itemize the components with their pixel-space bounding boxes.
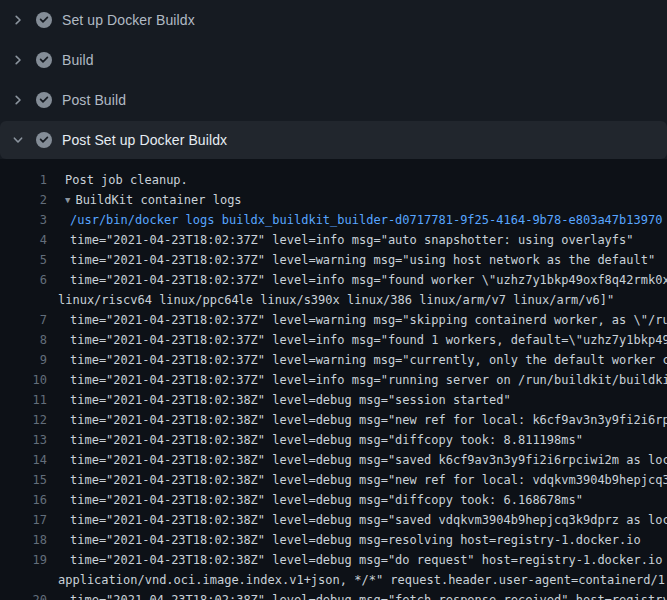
line-number[interactable]: 12 xyxy=(0,410,47,430)
log-text: time="2021-04-23T18:02:37Z" level=info m… xyxy=(47,230,634,250)
log-group-header: ▼BuildKit container logs xyxy=(47,190,242,210)
line-number[interactable]: 5 xyxy=(0,250,47,270)
log-line: 15time="2021-04-23T18:02:38Z" level=debu… xyxy=(0,470,667,490)
step-row-build[interactable]: Build xyxy=(0,40,667,80)
log-text: time="2021-04-23T18:02:37Z" level=warnin… xyxy=(47,250,655,270)
log-line: 10time="2021-04-23T18:02:37Z" level=info… xyxy=(0,370,667,390)
line-number[interactable]: 11 xyxy=(0,390,47,410)
log-text: time="2021-04-23T18:02:38Z" level=debug … xyxy=(47,530,641,550)
line-number[interactable]: 9 xyxy=(0,350,47,370)
steps-list: Set up Docker BuildxBuildPost BuildPost … xyxy=(0,0,667,159)
check-circle-icon xyxy=(36,92,52,108)
step-row-set-up-docker-buildx[interactable]: Set up Docker Buildx xyxy=(0,0,667,40)
step-row-post-build[interactable]: Post Build xyxy=(0,80,667,120)
line-number[interactable]: 8 xyxy=(0,330,47,350)
chevron-right-icon xyxy=(12,94,24,106)
line-number[interactable]: 13 xyxy=(0,430,47,450)
line-number[interactable]: 14 xyxy=(0,450,47,470)
step-title: Post Build xyxy=(62,92,126,108)
log-text: time="2021-04-23T18:02:37Z" level=info m… xyxy=(47,270,667,290)
line-number[interactable]: 1 xyxy=(0,170,47,190)
line-number[interactable]: 4 xyxy=(0,230,47,250)
log-line: 18time="2021-04-23T18:02:38Z" level=debu… xyxy=(0,530,667,550)
line-number[interactable]: 6 xyxy=(0,270,47,290)
log-line: 14time="2021-04-23T18:02:38Z" level=debu… xyxy=(0,450,667,470)
log-line: 4time="2021-04-23T18:02:37Z" level=info … xyxy=(0,230,667,250)
log-text-wrapped: linux/riscv64 linux/ppc64le linux/s390x … xyxy=(47,290,614,310)
log-text: time="2021-04-23T18:02:38Z" level=debug … xyxy=(47,430,583,450)
line-number[interactable]: 2 xyxy=(0,190,47,210)
log-line: 17time="2021-04-23T18:02:38Z" level=debu… xyxy=(0,510,667,530)
log-line: 5time="2021-04-23T18:02:37Z" level=warni… xyxy=(0,250,667,270)
chevron-down-icon xyxy=(12,134,24,146)
log-area: 1Post job cleanup.2▼BuildKit container l… xyxy=(0,159,667,600)
line-number[interactable]: 3 xyxy=(0,210,47,230)
line-number[interactable] xyxy=(0,570,47,590)
log-text: time="2021-04-23T18:02:37Z" level=warnin… xyxy=(47,310,667,330)
log-text: time="2021-04-23T18:02:37Z" level=info m… xyxy=(47,370,667,390)
log-text: time="2021-04-23T18:02:38Z" level=debug … xyxy=(47,450,667,470)
log-text: BuildKit container logs xyxy=(75,193,241,207)
log-line: 11time="2021-04-23T18:02:38Z" level=debu… xyxy=(0,390,667,410)
log-line: 20time="2021-04-23T18:02:38Z" level=debu… xyxy=(0,590,667,600)
line-number[interactable]: 19 xyxy=(0,550,47,570)
check-circle-icon xyxy=(36,12,52,28)
chevron-right-icon xyxy=(12,54,24,66)
log-text: time="2021-04-23T18:02:38Z" level=debug … xyxy=(47,550,667,570)
step-title: Set up Docker Buildx xyxy=(62,12,195,28)
log-line: 7time="2021-04-23T18:02:37Z" level=warni… xyxy=(0,310,667,330)
step-title: Build xyxy=(62,52,94,68)
log-text: time="2021-04-23T18:02:37Z" level=info m… xyxy=(47,330,667,350)
log-text: time="2021-04-23T18:02:37Z" level=warnin… xyxy=(47,350,667,370)
chevron-right-icon xyxy=(12,14,24,26)
log-line: linux/riscv64 linux/ppc64le linux/s390x … xyxy=(0,290,667,310)
log-text: time="2021-04-23T18:02:38Z" level=debug … xyxy=(47,470,667,490)
check-circle-icon xyxy=(36,132,52,148)
line-number[interactable]: 16 xyxy=(0,490,47,510)
line-number[interactable]: 17 xyxy=(0,510,47,530)
line-number[interactable]: 20 xyxy=(0,590,47,600)
log-command-text: /usr/bin/docker logs buildx_buildkit_bui… xyxy=(47,210,662,230)
triangle-down-icon[interactable]: ▼ xyxy=(65,190,70,210)
line-number[interactable] xyxy=(0,290,47,310)
log-line: 12time="2021-04-23T18:02:38Z" level=debu… xyxy=(0,410,667,430)
log-line: 1Post job cleanup. xyxy=(0,170,667,190)
log-text: time="2021-04-23T18:02:38Z" level=debug … xyxy=(47,590,667,600)
log-text: time="2021-04-23T18:02:38Z" level=debug … xyxy=(47,490,583,510)
log-line: 8time="2021-04-23T18:02:37Z" level=info … xyxy=(0,330,667,350)
log-text-wrapped: application/vnd.oci.image.index.v1+json,… xyxy=(47,570,667,590)
line-number[interactable]: 15 xyxy=(0,470,47,490)
log-line: 13time="2021-04-23T18:02:38Z" level=debu… xyxy=(0,430,667,450)
line-number[interactable]: 18 xyxy=(0,530,47,550)
log-line: 19time="2021-04-23T18:02:38Z" level=debu… xyxy=(0,550,667,570)
log-text: time="2021-04-23T18:02:38Z" level=debug … xyxy=(47,390,511,410)
check-circle-icon xyxy=(36,52,52,68)
log-line: 6time="2021-04-23T18:02:37Z" level=info … xyxy=(0,270,667,290)
log-line: 16time="2021-04-23T18:02:38Z" level=debu… xyxy=(0,490,667,510)
log-line: 3/usr/bin/docker logs buildx_buildkit_bu… xyxy=(0,210,667,230)
step-row-post-set-up-docker-buildx[interactable]: Post Set up Docker Buildx xyxy=(0,121,667,159)
log-line: 9time="2021-04-23T18:02:37Z" level=warni… xyxy=(0,350,667,370)
line-number[interactable]: 10 xyxy=(0,370,47,390)
log-text: Post job cleanup. xyxy=(47,170,188,190)
log-text: time="2021-04-23T18:02:38Z" level=debug … xyxy=(47,410,667,430)
line-number[interactable]: 7 xyxy=(0,310,47,330)
log-text: time="2021-04-23T18:02:38Z" level=debug … xyxy=(47,510,667,530)
log-line: application/vnd.oci.image.index.v1+json,… xyxy=(0,570,667,590)
step-title: Post Set up Docker Buildx xyxy=(62,132,227,148)
log-line: 2▼BuildKit container logs xyxy=(0,190,667,210)
